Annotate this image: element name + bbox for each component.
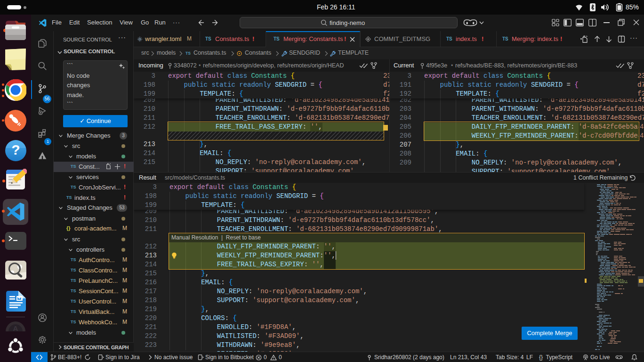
svg-text:?: ?	[11, 142, 20, 157]
svg-text:A: A	[13, 324, 18, 331]
